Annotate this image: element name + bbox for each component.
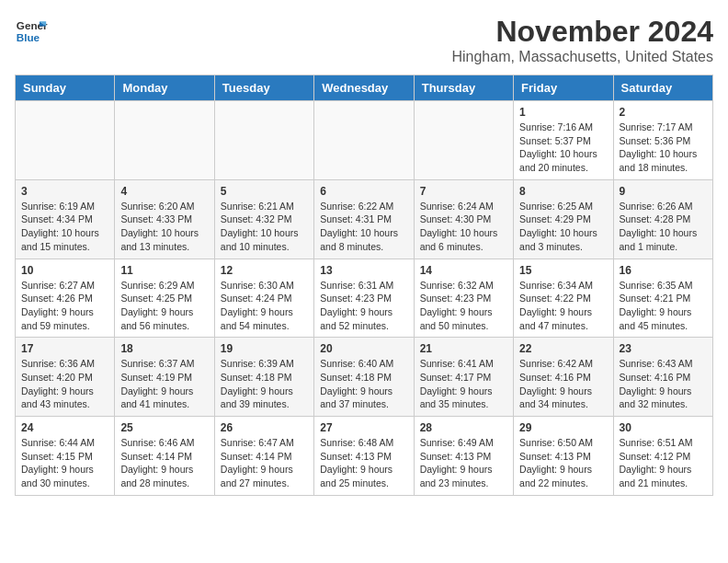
calendar-week-2: 3Sunrise: 6:19 AM Sunset: 4:34 PM Daylig… [16, 179, 713, 259]
calendar-cell: 14Sunrise: 6:32 AM Sunset: 4:23 PM Dayli… [414, 259, 513, 338]
calendar-cell: 3Sunrise: 6:19 AM Sunset: 4:34 PM Daylig… [16, 179, 115, 259]
day-info: Sunrise: 7:16 AM Sunset: 5:37 PM Dayligh… [519, 121, 607, 175]
calendar-cell: 26Sunrise: 6:47 AM Sunset: 4:14 PM Dayli… [214, 417, 313, 496]
calendar-cell: 22Sunrise: 6:42 AM Sunset: 4:16 PM Dayli… [514, 338, 613, 417]
calendar-cell: 9Sunrise: 6:26 AM Sunset: 4:28 PM Daylig… [613, 179, 712, 259]
day-info: Sunrise: 6:49 AM Sunset: 4:13 PM Dayligh… [420, 436, 507, 490]
calendar-cell [115, 101, 214, 180]
day-number: 9 [620, 185, 707, 198]
day-number: 10 [21, 264, 108, 277]
svg-text:Blue: Blue [17, 31, 40, 43]
calendar-cell: 2Sunrise: 7:17 AM Sunset: 5:36 PM Daylig… [613, 101, 712, 180]
day-info: Sunrise: 6:37 AM Sunset: 4:19 PM Dayligh… [120, 357, 208, 411]
calendar-week-1: 1Sunrise: 7:16 AM Sunset: 5:37 PM Daylig… [16, 101, 713, 180]
calendar-cell: 23Sunrise: 6:43 AM Sunset: 4:16 PM Dayli… [613, 338, 712, 417]
calendar-week-4: 17Sunrise: 6:36 AM Sunset: 4:20 PM Dayli… [16, 338, 713, 417]
day-info: Sunrise: 6:50 AM Sunset: 4:13 PM Dayligh… [519, 436, 607, 490]
calendar-cell: 7Sunrise: 6:24 AM Sunset: 4:30 PM Daylig… [414, 179, 513, 259]
day-number: 4 [120, 185, 208, 198]
day-number: 27 [320, 421, 407, 434]
day-number: 29 [519, 421, 607, 434]
day-info: Sunrise: 6:31 AM Sunset: 4:23 PM Dayligh… [320, 279, 407, 333]
calendar-cell: 10Sunrise: 6:27 AM Sunset: 4:26 PM Dayli… [16, 259, 115, 338]
day-info: Sunrise: 6:19 AM Sunset: 4:34 PM Dayligh… [21, 200, 108, 254]
calendar-cell: 5Sunrise: 6:21 AM Sunset: 4:32 PM Daylig… [214, 179, 313, 259]
day-number: 22 [519, 342, 607, 355]
day-number: 3 [21, 185, 108, 198]
calendar-cell: 20Sunrise: 6:40 AM Sunset: 4:18 PM Dayli… [314, 338, 414, 417]
day-number: 7 [420, 185, 507, 198]
title-section: November 2024 Hingham, Massachusetts, Un… [451, 15, 713, 65]
location-title: Hingham, Massachusetts, United States [451, 49, 713, 65]
calendar-cell [214, 101, 313, 180]
day-number: 20 [320, 342, 407, 355]
day-info: Sunrise: 6:21 AM Sunset: 4:32 PM Dayligh… [221, 200, 308, 254]
day-info: Sunrise: 6:22 AM Sunset: 4:31 PM Dayligh… [320, 200, 407, 254]
day-info: Sunrise: 6:44 AM Sunset: 4:15 PM Dayligh… [21, 436, 108, 490]
day-number: 19 [221, 342, 308, 355]
day-info: Sunrise: 6:42 AM Sunset: 4:16 PM Dayligh… [519, 357, 607, 411]
page-header: General Blue November 2024 Hingham, Mass… [15, 15, 713, 65]
calendar-cell: 27Sunrise: 6:48 AM Sunset: 4:13 PM Dayli… [314, 417, 414, 496]
calendar-cell: 4Sunrise: 6:20 AM Sunset: 4:33 PM Daylig… [115, 179, 214, 259]
calendar-cell: 12Sunrise: 6:30 AM Sunset: 4:24 PM Dayli… [214, 259, 313, 338]
day-info: Sunrise: 6:32 AM Sunset: 4:23 PM Dayligh… [420, 279, 507, 333]
calendar-cell [314, 101, 414, 180]
day-info: Sunrise: 6:51 AM Sunset: 4:12 PM Dayligh… [620, 436, 707, 490]
day-number: 25 [120, 421, 208, 434]
day-info: Sunrise: 6:25 AM Sunset: 4:29 PM Dayligh… [519, 200, 607, 254]
day-number: 13 [320, 264, 407, 277]
day-info: Sunrise: 6:35 AM Sunset: 4:21 PM Dayligh… [620, 279, 707, 333]
day-number: 18 [120, 342, 208, 355]
calendar-cell: 18Sunrise: 6:37 AM Sunset: 4:19 PM Dayli… [115, 338, 214, 417]
day-info: Sunrise: 6:47 AM Sunset: 4:14 PM Dayligh… [221, 436, 308, 490]
header-wednesday: Wednesday [314, 75, 414, 101]
day-info: Sunrise: 6:26 AM Sunset: 4:28 PM Dayligh… [620, 200, 707, 254]
header-thursday: Thursday [414, 75, 513, 101]
header-monday: Monday [115, 75, 214, 101]
calendar-cell: 29Sunrise: 6:50 AM Sunset: 4:13 PM Dayli… [514, 417, 613, 496]
day-number: 17 [21, 342, 108, 355]
calendar-cell: 13Sunrise: 6:31 AM Sunset: 4:23 PM Dayli… [314, 259, 414, 338]
calendar-header-row: SundayMondayTuesdayWednesdayThursdayFrid… [16, 75, 713, 101]
day-number: 23 [620, 342, 707, 355]
day-info: Sunrise: 6:27 AM Sunset: 4:26 PM Dayligh… [21, 279, 108, 333]
day-number: 21 [420, 342, 507, 355]
calendar-cell [414, 101, 513, 180]
calendar-cell: 21Sunrise: 6:41 AM Sunset: 4:17 PM Dayli… [414, 338, 513, 417]
day-info: Sunrise: 6:41 AM Sunset: 4:17 PM Dayligh… [420, 357, 507, 411]
calendar-cell [16, 101, 115, 180]
day-number: 12 [221, 264, 308, 277]
calendar-cell: 16Sunrise: 6:35 AM Sunset: 4:21 PM Dayli… [613, 259, 712, 338]
header-friday: Friday [514, 75, 613, 101]
calendar-cell: 1Sunrise: 7:16 AM Sunset: 5:37 PM Daylig… [514, 101, 613, 180]
calendar-cell: 15Sunrise: 6:34 AM Sunset: 4:22 PM Dayli… [514, 259, 613, 338]
day-number: 1 [519, 106, 607, 119]
calendar-cell: 8Sunrise: 6:25 AM Sunset: 4:29 PM Daylig… [514, 179, 613, 259]
calendar-cell: 30Sunrise: 6:51 AM Sunset: 4:12 PM Dayli… [613, 417, 712, 496]
calendar-week-5: 24Sunrise: 6:44 AM Sunset: 4:15 PM Dayli… [16, 417, 713, 496]
day-info: Sunrise: 6:30 AM Sunset: 4:24 PM Dayligh… [221, 279, 308, 333]
day-info: Sunrise: 6:39 AM Sunset: 4:18 PM Dayligh… [221, 357, 308, 411]
calendar-cell: 28Sunrise: 6:49 AM Sunset: 4:13 PM Dayli… [414, 417, 513, 496]
day-number: 14 [420, 264, 507, 277]
calendar-cell: 17Sunrise: 6:36 AM Sunset: 4:20 PM Dayli… [16, 338, 115, 417]
day-info: Sunrise: 6:24 AM Sunset: 4:30 PM Dayligh… [420, 200, 507, 254]
day-info: Sunrise: 6:40 AM Sunset: 4:18 PM Dayligh… [320, 357, 407, 411]
day-number: 28 [420, 421, 507, 434]
calendar-cell: 6Sunrise: 6:22 AM Sunset: 4:31 PM Daylig… [314, 179, 414, 259]
calendar-cell: 25Sunrise: 6:46 AM Sunset: 4:14 PM Dayli… [115, 417, 214, 496]
calendar-cell: 11Sunrise: 6:29 AM Sunset: 4:25 PM Dayli… [115, 259, 214, 338]
day-number: 16 [620, 264, 707, 277]
day-number: 2 [620, 106, 707, 119]
day-info: Sunrise: 6:29 AM Sunset: 4:25 PM Dayligh… [120, 279, 208, 333]
month-title: November 2024 [451, 15, 713, 49]
day-number: 11 [120, 264, 208, 277]
header-tuesday: Tuesday [214, 75, 313, 101]
day-info: Sunrise: 6:36 AM Sunset: 4:20 PM Dayligh… [21, 357, 108, 411]
day-info: Sunrise: 7:17 AM Sunset: 5:36 PM Dayligh… [620, 121, 707, 175]
day-number: 26 [221, 421, 308, 434]
day-info: Sunrise: 6:48 AM Sunset: 4:13 PM Dayligh… [320, 436, 407, 490]
day-info: Sunrise: 6:43 AM Sunset: 4:16 PM Dayligh… [620, 357, 707, 411]
logo-icon: General Blue [15, 15, 48, 48]
